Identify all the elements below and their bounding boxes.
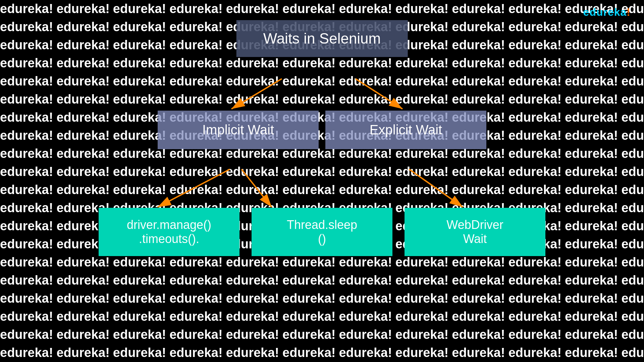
bg-word: edureka! [0, 18, 56, 36]
bg-word: edureka! [169, 253, 226, 271]
bg-word: edureka! [395, 290, 452, 307]
bg-word: edureka! [621, 344, 644, 362]
bg-word: edureka! [565, 18, 621, 36]
bg-word: edureka! [395, 54, 452, 72]
bg-word: edureka! [452, 272, 508, 289]
bg-word: edureka! [508, 344, 565, 362]
bg-word: edureka! [565, 54, 621, 72]
bg-word: edureka! [565, 326, 621, 344]
bg-word: edureka! [621, 326, 644, 344]
driver-manage-label: driver.manage().timeouts(). [127, 218, 211, 246]
bg-word: edureka! [56, 326, 113, 344]
bg-word: edureka! [565, 308, 621, 325]
bg-word: edureka! [56, 308, 113, 325]
bg-word: edureka! [169, 54, 226, 72]
bg-word: edureka! [226, 253, 282, 271]
bg-word: edureka! [339, 0, 395, 18]
bg-word: edureka! [113, 308, 169, 325]
bg-word: edureka! [113, 90, 169, 108]
implicit-wait-box: Implicit Wait [158, 111, 319, 149]
bg-word: edureka! [0, 163, 56, 181]
bg-word: edureka! [508, 290, 565, 307]
bg-word: edureka! [0, 90, 56, 108]
bg-word: edureka! [339, 253, 395, 271]
bg-word: edureka! [226, 0, 282, 18]
bg-word: edureka! [0, 72, 56, 90]
bg-word: edureka! [0, 308, 56, 325]
bg-word: edureka! [452, 90, 508, 108]
bg-word: edureka! [226, 326, 282, 344]
bg-word: edureka! [508, 54, 565, 72]
bg-word: edureka! [56, 54, 113, 72]
edureka-logo: edureka! [583, 6, 631, 18]
bg-word: edureka! [226, 181, 282, 199]
bg-word: edureka! [621, 90, 644, 108]
bg-word: edureka! [452, 326, 508, 344]
implicit-wait-label: Implicit Wait [202, 122, 274, 137]
bg-word: edureka! [339, 54, 395, 72]
bottom-boxes-row: driver.manage().timeouts(). Thread.sleep… [0, 208, 644, 256]
bg-word: edureka! [621, 72, 644, 90]
bg-word: edureka! [565, 163, 621, 181]
bg-word: edureka! [508, 272, 565, 289]
bg-word: edureka! [452, 253, 508, 271]
bg-word: edureka! [452, 54, 508, 72]
bg-word: edureka! [56, 181, 113, 199]
bg-word: edureka! [56, 272, 113, 289]
bg-word: edureka! [339, 308, 395, 325]
bg-word: edureka! [621, 272, 644, 289]
bg-word: edureka! [565, 72, 621, 90]
bg-row: edureka!edureka!edureka!edureka!edureka!… [0, 344, 644, 362]
bg-word: edureka! [282, 90, 339, 108]
bg-word: edureka! [226, 290, 282, 307]
webdriver-wait-box: WebDriverWait [405, 208, 545, 256]
bg-word: edureka! [56, 163, 113, 181]
bg-word: edureka! [565, 290, 621, 307]
middle-boxes-row: Implicit Wait Explicit Wait [0, 111, 644, 149]
bg-word: edureka! [565, 36, 621, 54]
bg-word: edureka! [113, 72, 169, 90]
bg-word: edureka! [452, 18, 508, 36]
driver-manage-box: driver.manage().timeouts(). [99, 208, 239, 256]
bg-word: edureka! [339, 272, 395, 289]
bg-word: edureka! [452, 72, 508, 90]
thread-sleep-box: Thread.sleep() [252, 208, 392, 256]
bg-word: edureka! [169, 272, 226, 289]
bg-word: edureka! [621, 18, 644, 36]
bg-word: edureka! [226, 90, 282, 108]
bg-word: edureka! [169, 344, 226, 362]
logo-exclaim: ! [627, 6, 631, 18]
bg-word: edureka! [339, 163, 395, 181]
bg-word: edureka! [226, 163, 282, 181]
bg-word: edureka! [508, 253, 565, 271]
bg-word: edureka! [452, 36, 508, 54]
bg-word: edureka! [339, 326, 395, 344]
bg-word: edureka! [452, 290, 508, 307]
bg-word: edureka! [56, 90, 113, 108]
bg-word: edureka! [282, 253, 339, 271]
bg-word: edureka! [226, 272, 282, 289]
bg-word: edureka! [169, 181, 226, 199]
bg-word: edureka! [56, 36, 113, 54]
bg-word: edureka! [56, 0, 113, 18]
bg-word: edureka! [339, 90, 395, 108]
bg-word: edureka! [565, 344, 621, 362]
bg-word: edureka! [282, 54, 339, 72]
bg-word: edureka! [395, 90, 452, 108]
bg-word: edureka! [0, 290, 56, 307]
bg-word: edureka! [56, 344, 113, 362]
bg-word: edureka! [169, 326, 226, 344]
bg-word: edureka! [395, 253, 452, 271]
bg-word: edureka! [621, 253, 644, 271]
bg-word: edureka! [621, 54, 644, 72]
bg-word: edureka! [226, 344, 282, 362]
bg-word: edureka! [395, 308, 452, 325]
bg-word: edureka! [56, 18, 113, 36]
bg-word: edureka! [508, 326, 565, 344]
bg-word: edureka! [169, 308, 226, 325]
bg-word: edureka! [169, 18, 226, 36]
bg-word: edureka! [339, 181, 395, 199]
webdriver-wait-label: WebDriverWait [446, 218, 503, 246]
bg-row: edureka!edureka!edureka!edureka!edureka!… [0, 272, 644, 289]
bg-word: edureka! [282, 308, 339, 325]
